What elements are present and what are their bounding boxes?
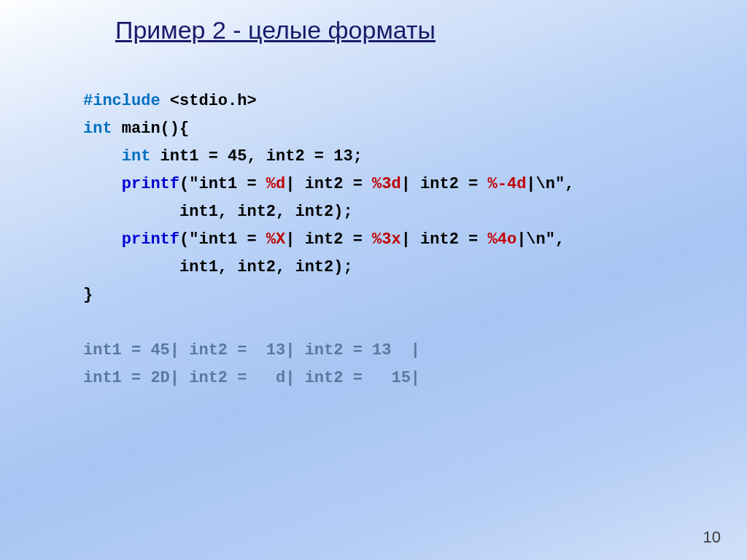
printf-arg-end: |\n", [526, 175, 574, 193]
output-line-1: int1 = 45| int2 = 13| int2 = 13 | [83, 341, 420, 359]
printf-arg: ("int1 = [179, 175, 266, 193]
int-keyword-2: int [122, 147, 151, 166]
printf-arg: | int2 = [285, 175, 372, 193]
format-3x: %3x [372, 230, 401, 249]
printf-arg: | int2 = [285, 230, 372, 249]
var-decl: int1 = 45, int2 = 13; [150, 147, 362, 166]
printf-arg-end: |\n", [516, 230, 565, 249]
page-number: 10 [703, 528, 721, 547]
format-d: %d [266, 175, 285, 193]
printf-arg: ("int1 = [179, 230, 266, 249]
printf-arg: | int2 = [401, 175, 488, 193]
indent [83, 175, 122, 193]
indent [83, 147, 122, 166]
int-keyword: int [83, 120, 112, 138]
slide-title: Пример 2 - целые форматы [115, 16, 436, 44]
indent [83, 230, 122, 249]
include-header: <stdio.h> [160, 92, 257, 110]
printf-arg: | int2 = [401, 230, 488, 249]
printf-args-line: int1, int2, int2); [83, 203, 353, 221]
printf-args-line-2: int1, int2, int2); [83, 258, 353, 276]
format-4o: %4o [488, 230, 517, 249]
code-block: #include <stdio.h> int main(){ int int1 … [83, 88, 574, 392]
format-neg4d: %-4d [488, 175, 527, 193]
main-decl: main(){ [112, 120, 190, 138]
include-keyword: #include [83, 92, 160, 110]
printf-call-2: printf [122, 230, 179, 249]
format-X: %X [266, 230, 285, 249]
close-brace: } [83, 286, 93, 304]
output-line-2: int1 = 2D| int2 = d| int2 = 15| [83, 369, 420, 387]
format-3d: %3d [372, 175, 401, 193]
printf-call: printf [122, 175, 179, 193]
